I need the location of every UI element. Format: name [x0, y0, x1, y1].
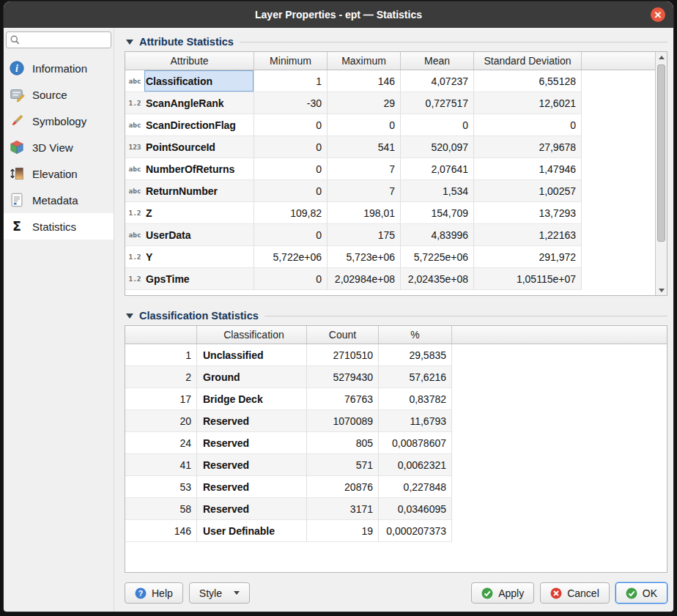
cell-mean[interactable]: 4,07237 [401, 70, 474, 92]
cell-classification[interactable]: Bridge Deck [197, 388, 307, 410]
cell-code[interactable]: 2 [125, 366, 197, 388]
cell-stddev[interactable]: 1,00257 [474, 180, 582, 202]
cell-stddev[interactable]: 27,9678 [474, 136, 582, 158]
column-header-percent[interactable]: % [379, 326, 452, 344]
sidebar-item-statistics[interactable]: Σ Statistics [4, 213, 114, 240]
column-header-minimum[interactable]: Minimum [254, 52, 328, 70]
cell-classification[interactable]: User Definable [197, 520, 307, 542]
sidebar-item-source[interactable]: Source [4, 81, 114, 108]
cell-minimum[interactable]: 0 [254, 268, 328, 290]
scrollbar-thumb[interactable] [657, 64, 665, 242]
cell-count[interactable]: 20876 [307, 476, 379, 498]
cell-stddev[interactable]: 6,55128 [474, 70, 582, 92]
cell-percent[interactable]: 29,5835 [379, 344, 452, 366]
cell-percent[interactable]: 11,6793 [379, 410, 452, 432]
sidebar-item-metadata[interactable]: Metadata [4, 187, 114, 213]
cell-count[interactable]: 3171 [307, 498, 379, 520]
cell-percent[interactable]: 0,0062321 [379, 454, 452, 476]
cell-maximum[interactable]: 29 [328, 92, 401, 114]
cell-minimum[interactable]: 0 [254, 180, 328, 202]
cell-mean[interactable]: 520,097 [401, 136, 474, 158]
column-header-classification[interactable]: Classification [197, 326, 307, 344]
cell-minimum[interactable]: 109,82 [254, 202, 328, 224]
column-header-mean[interactable]: Mean [401, 52, 474, 70]
cell-maximum[interactable]: 7 [328, 158, 401, 180]
column-header-stddev[interactable]: Standard Deviation [474, 52, 582, 70]
collapse-arrow-icon[interactable] [126, 40, 133, 45]
close-icon[interactable]: ✕ [651, 7, 665, 22]
cell-maximum[interactable]: 5,723e+06 [328, 246, 401, 268]
cell-count[interactable]: 19 [307, 520, 379, 542]
cell-count[interactable]: 5279430 [307, 366, 379, 388]
cell-minimum[interactable]: 0 [254, 114, 328, 136]
cell-mean[interactable]: 4,83996 [401, 224, 474, 246]
cell-attribute[interactable]: 1.2 ScanAngleRank [125, 92, 254, 114]
column-header-maximum[interactable]: Maximum [328, 52, 401, 70]
cell-minimum[interactable]: 1 [254, 70, 328, 92]
cell-stddev[interactable]: 1,05115e+07 [474, 268, 582, 290]
cell-stddev[interactable]: 0 [474, 114, 582, 136]
cell-maximum[interactable]: 146 [328, 70, 401, 92]
cancel-button[interactable]: Cancel [540, 582, 610, 604]
cell-classification[interactable]: Reserved [197, 476, 307, 498]
cell-minimum[interactable]: 5,722e+06 [254, 246, 328, 268]
cell-code[interactable]: 58 [125, 498, 197, 520]
cell-mean[interactable]: 2,02435e+08 [401, 268, 474, 290]
cell-classification[interactable]: Reserved [197, 454, 307, 476]
cell-percent[interactable]: 0,227848 [379, 476, 452, 498]
column-header-count[interactable]: Count [307, 326, 379, 344]
cell-maximum[interactable]: 7 [328, 180, 401, 202]
cell-attribute[interactable]: abc NumberOfReturns [125, 158, 254, 180]
search-box[interactable] [6, 31, 111, 48]
cell-code[interactable]: 53 [125, 476, 197, 498]
cell-attribute[interactable]: 1.2 Z [125, 202, 254, 224]
cell-minimum[interactable]: 0 [254, 224, 328, 246]
scroll-up-icon[interactable] [656, 52, 667, 62]
cell-percent[interactable]: 0,000207373 [379, 520, 452, 542]
cell-mean[interactable]: 154,709 [401, 202, 474, 224]
cell-maximum[interactable]: 175 [328, 224, 401, 246]
style-button[interactable]: Style [189, 582, 250, 604]
cell-percent[interactable]: 0,00878607 [379, 432, 452, 454]
cell-percent[interactable]: 57,6216 [379, 366, 452, 388]
search-input[interactable] [23, 34, 108, 45]
cell-mean[interactable]: 2,07641 [401, 158, 474, 180]
help-button[interactable]: ? Help [125, 582, 183, 604]
cell-mean[interactable]: 0 [401, 114, 474, 136]
cell-minimum[interactable]: 0 [254, 158, 328, 180]
cell-code[interactable]: 146 [125, 520, 197, 542]
cell-mean[interactable]: 1,534 [401, 180, 474, 202]
sidebar-item-symbology[interactable]: Symbology [4, 108, 114, 134]
cell-code[interactable]: 1 [125, 344, 197, 366]
cell-maximum[interactable]: 541 [328, 136, 401, 158]
cell-minimum[interactable]: 0 [254, 136, 328, 158]
sidebar-item-elevation[interactable]: Elevation [4, 160, 114, 187]
cell-attribute[interactable]: abc UserData [125, 224, 254, 246]
column-header-code[interactable] [125, 326, 197, 344]
cell-attribute[interactable]: abc Classification [125, 70, 254, 92]
cell-minimum[interactable]: -30 [254, 92, 328, 114]
cell-count[interactable]: 571 [307, 454, 379, 476]
cell-attribute[interactable]: 123 PointSourceId [125, 136, 254, 158]
cell-mean[interactable]: 0,727517 [401, 92, 474, 114]
cell-stddev[interactable]: 12,6021 [474, 92, 582, 114]
cell-classification[interactable]: Reserved [197, 410, 307, 432]
cell-attribute[interactable]: 1.2 GpsTime [125, 268, 254, 290]
cell-stddev[interactable]: 1,22163 [474, 224, 582, 246]
vertical-scrollbar[interactable] [655, 52, 667, 295]
cell-percent[interactable]: 0,0346095 [379, 498, 452, 520]
cell-maximum[interactable]: 198,01 [328, 202, 401, 224]
cell-stddev[interactable]: 1,47946 [474, 158, 582, 180]
cell-stddev[interactable]: 13,7293 [474, 202, 582, 224]
cell-code[interactable]: 41 [125, 454, 197, 476]
ok-button[interactable]: OK [615, 582, 667, 604]
cell-count[interactable]: 805 [307, 432, 379, 454]
cell-classification[interactable]: Reserved [197, 498, 307, 520]
cell-count[interactable]: 76763 [307, 388, 379, 410]
cell-classification[interactable]: Reserved [197, 432, 307, 454]
cell-maximum[interactable]: 2,02984e+08 [328, 268, 401, 290]
cell-count[interactable]: 2710510 [307, 344, 379, 366]
cell-stddev[interactable]: 291,972 [474, 246, 582, 268]
cell-count[interactable]: 1070089 [307, 410, 379, 432]
cell-attribute[interactable]: abc ScanDirectionFlag [125, 114, 254, 136]
